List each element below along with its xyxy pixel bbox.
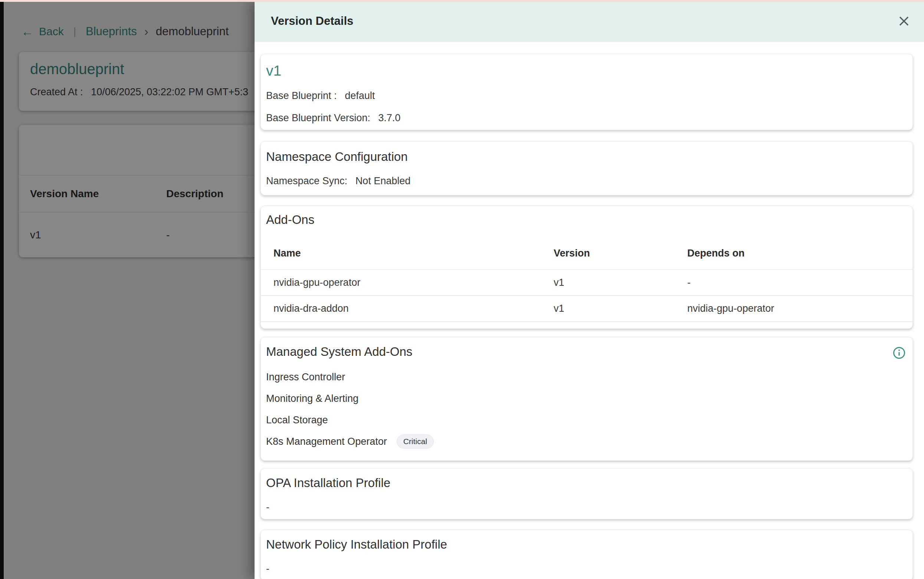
list-item: Local Storage [266,409,905,431]
top-accent-bar [0,0,924,2]
addon-version-cell: v1 [541,296,675,322]
column-header-name: Name [261,237,541,270]
managed-addon-name: Ingress Controller [266,371,345,383]
network-policy-installation-profile-card: Network Policy Installation Profile - [261,530,913,579]
namespace-sync-value: Not Enabled [356,175,411,186]
table-row: nvidia-gpu-operator v1 - [261,270,913,296]
addons-header-row: Name Version Depends on [261,237,913,270]
addon-version-cell: v1 [541,270,675,296]
addon-name-cell: nvidia-gpu-operator [261,270,541,296]
version-summary-card: v1 Base Blueprint : default Base Bluepri… [261,54,913,130]
close-button[interactable] [895,12,913,30]
base-blueprint-label: Base Blueprint : [266,90,337,101]
base-blueprint-version-value: 3.7.0 [378,112,400,123]
column-header-depends-on: Depends on [675,237,913,270]
managed-system-addons-card: Managed System Add-Ons Ingress Controlle… [261,337,913,461]
network-policy-installation-profile-title: Network Policy Installation Profile [266,537,905,552]
info-button[interactable] [892,345,906,360]
managed-addon-name: Local Storage [266,414,328,426]
addons-table: Name Version Depends on nvidia-gpu-opera… [261,237,913,322]
addons-title: Add-Ons [261,212,913,227]
namespace-configuration-title: Namespace Configuration [266,149,905,165]
opa-installation-profile-card: OPA Installation Profile - [261,468,913,519]
addon-depends-cell: - [675,270,913,296]
namespace-configuration-card: Namespace Configuration Namespace Sync: … [261,141,913,195]
base-blueprint-line: Base Blueprint : default [266,90,905,101]
app-window: ← Back | Blueprints › demoblueprint demo… [0,0,924,579]
base-blueprint-version-line: Base Blueprint Version: 3.7.0 [266,112,905,124]
list-item: Ingress Controller [266,366,905,388]
addon-name-cell: nvidia-dra-addon [261,296,541,322]
drawer-body: v1 Base Blueprint : default Base Bluepri… [254,42,924,579]
addon-depends-cell: nvidia-gpu-operator [675,296,913,322]
opa-installation-profile-title: OPA Installation Profile [266,475,905,491]
opa-installation-profile-value: - [266,501,905,513]
status-badge: Critical [397,434,434,448]
info-icon [893,346,906,360]
close-icon [897,15,911,28]
table-row: nvidia-dra-addon v1 nvidia-gpu-operator [261,296,913,322]
version-details-drawer: Version Details v1 Base Blueprint : defa… [254,0,924,579]
addons-card: Add-Ons Name Version Depends on nvidia-g… [261,206,913,329]
namespace-sync-line: Namespace Sync: Not Enabled [266,175,905,187]
managed-addon-name: Monitoring & Alerting [266,393,358,404]
base-blueprint-version-label: Base Blueprint Version: [266,112,370,123]
managed-system-addons-title: Managed System Add-Ons [266,344,905,360]
namespace-sync-label: Namespace Sync: [266,175,347,186]
base-blueprint-value: default [345,90,375,101]
drawer-header: Version Details [254,0,924,42]
column-header-version: Version [541,237,675,270]
list-item: Monitoring & Alerting [266,388,905,409]
list-item: K8s Management Operator Critical [266,431,905,452]
managed-addons-list: Ingress Controller Monitoring & Alerting… [266,366,905,452]
managed-addon-name: K8s Management Operator [266,436,387,447]
drawer-title: Version Details [271,15,353,28]
version-name-heading: v1 [266,62,905,79]
network-policy-installation-profile-value: - [266,563,905,574]
